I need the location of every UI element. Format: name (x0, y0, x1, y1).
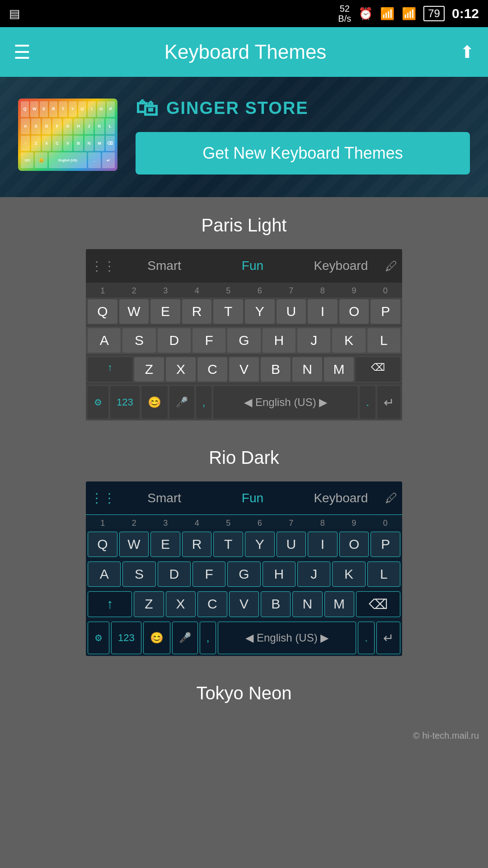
key-k[interactable]: K (332, 328, 365, 353)
key-backspace[interactable]: ⌫ (356, 357, 400, 382)
key-comma[interactable]: , (196, 386, 212, 419)
key-mic-rio[interactable]: 🎤 (172, 622, 198, 654)
key-enter-rio[interactable]: ↵ (376, 622, 400, 654)
key-emoji[interactable]: 😊 (141, 386, 168, 419)
kb-tab-fun[interactable]: Fun (208, 254, 296, 278)
key-y-rio[interactable]: Y (245, 532, 275, 557)
page-title: Keyboard Themes (31, 41, 460, 63)
key-r[interactable]: R (182, 299, 212, 324)
key-backspace-rio[interactable]: ⌫ (356, 591, 400, 617)
kb-settings-icon: 🖊 (385, 259, 398, 274)
key-f[interactable]: F (192, 328, 225, 353)
key-p-rio[interactable]: P (371, 532, 400, 557)
key-mic[interactable]: 🎤 (169, 386, 194, 419)
key-l[interactable]: L (367, 328, 400, 353)
kb-tab-keyboard-rio[interactable]: Keyboard (297, 486, 385, 510)
key-q[interactable]: Q (88, 299, 117, 324)
kb-tab-keyboard[interactable]: Keyboard (297, 254, 385, 278)
key-m[interactable]: M (324, 357, 354, 382)
menu-button[interactable]: ☰ (14, 41, 31, 63)
key-g-rio[interactable]: G (227, 561, 260, 587)
key-c-rio[interactable]: C (197, 591, 227, 617)
key-i-rio[interactable]: I (308, 532, 338, 557)
key-comma-rio[interactable]: , (200, 622, 216, 654)
key-space-rio[interactable]: ◀ English (US) ▶ (218, 622, 356, 654)
store-title-text: GINGER STORE (166, 99, 309, 118)
theme-section-rio: Rio Dark ⋮⋮ Smart Fun Keyboard 🖊 123 456… (0, 429, 488, 665)
key-p[interactable]: P (371, 299, 400, 324)
key-l-rio[interactable]: L (367, 561, 400, 587)
kb-row-qwerty-paris: Q W E R T Y U I O P (86, 297, 402, 326)
key-z-rio[interactable]: Z (134, 591, 164, 617)
kb-row-asdfg-rio: A S D F G H J K L (86, 560, 402, 589)
store-bag-icon: 🛍 (136, 95, 159, 121)
key-o-rio[interactable]: O (339, 532, 369, 557)
key-n[interactable]: N (292, 357, 322, 382)
key-q-rio[interactable]: Q (88, 532, 117, 557)
key-enter[interactable]: ↵ (377, 386, 400, 419)
key-gear-rio[interactable]: ⚙ (88, 622, 109, 654)
key-j[interactable]: J (297, 328, 330, 353)
key-123[interactable]: 123 (110, 386, 140, 419)
footer: © hi-tech.mail.ru (0, 726, 488, 745)
key-n-rio[interactable]: N (292, 591, 322, 617)
key-j-rio[interactable]: J (297, 561, 330, 587)
key-h[interactable]: H (263, 328, 296, 353)
toolbar: ☰ Keyboard Themes ⬆ (0, 27, 488, 77)
store-right: 🛍 GINGER STORE Get New Keyboard Themes (136, 95, 470, 175)
key-gear[interactable]: ⚙ (88, 386, 108, 419)
key-v-rio[interactable]: V (229, 591, 259, 617)
share-button[interactable]: ⬆ (460, 42, 474, 62)
alarm-icon: ⏰ (358, 7, 373, 21)
get-themes-button[interactable]: Get New Keyboard Themes (136, 132, 470, 175)
key-g[interactable]: G (227, 328, 260, 353)
key-e-rio[interactable]: E (150, 532, 180, 557)
key-x-rio[interactable]: X (166, 591, 196, 617)
status-bar-left: ▤ (9, 7, 20, 21)
store-banner: QWE RTY UIOP ASD FGH JKL ↑ ZXC VBNM ⌫ 12… (0, 77, 488, 197)
key-h-rio[interactable]: H (263, 561, 296, 587)
key-t-rio[interactable]: T (213, 532, 243, 557)
key-u-rio[interactable]: U (277, 532, 306, 557)
key-shift-rio[interactable]: ↑ (88, 591, 132, 617)
key-d[interactable]: D (158, 328, 191, 353)
key-123-rio[interactable]: 123 (111, 622, 141, 654)
key-u[interactable]: U (277, 299, 306, 324)
key-y[interactable]: Y (245, 299, 275, 324)
key-s-rio[interactable]: S (122, 561, 155, 587)
key-r-rio[interactable]: R (182, 532, 212, 557)
key-o[interactable]: O (339, 299, 369, 324)
theme-section-tokyo: Tokyo Neon (0, 665, 488, 726)
key-period[interactable]: . (360, 386, 375, 419)
key-v[interactable]: V (229, 357, 259, 382)
key-k-rio[interactable]: K (332, 561, 365, 587)
key-m-rio[interactable]: M (324, 591, 354, 617)
key-w-rio[interactable]: W (119, 532, 149, 557)
kb-tab-smart[interactable]: Smart (120, 254, 208, 278)
kb-number-row-rio: 123 456 7890 (86, 515, 402, 529)
kb-tab-smart-rio[interactable]: Smart (120, 486, 208, 510)
key-b-rio[interactable]: B (261, 591, 291, 617)
keyboard-mockup-paris: ⋮⋮ Smart Fun Keyboard 🖊 123 456 7890 Q W… (86, 249, 402, 420)
key-space[interactable]: ◀ English (US) ▶ (213, 386, 358, 419)
key-e[interactable]: E (150, 299, 180, 324)
key-shift[interactable]: ↑ (88, 357, 132, 382)
key-d-rio[interactable]: D (158, 561, 191, 587)
key-a-rio[interactable]: A (88, 561, 121, 587)
key-a[interactable]: A (88, 328, 121, 353)
kb-tab-fun-rio[interactable]: Fun (208, 486, 296, 510)
kb-settings-icon-rio: 🖊 (385, 491, 398, 505)
key-i[interactable]: I (308, 299, 338, 324)
key-w[interactable]: W (119, 299, 149, 324)
key-period-rio[interactable]: . (358, 622, 375, 654)
key-x[interactable]: X (166, 357, 196, 382)
key-c[interactable]: C (197, 357, 227, 382)
network-speed: 52 B/s (338, 4, 351, 24)
key-b[interactable]: B (261, 357, 291, 382)
key-s[interactable]: S (122, 328, 155, 353)
store-title: 🛍 GINGER STORE (136, 95, 470, 121)
key-f-rio[interactable]: F (192, 561, 225, 587)
key-t[interactable]: T (213, 299, 243, 324)
key-emoji-rio[interactable]: 😊 (143, 622, 170, 654)
key-z[interactable]: Z (134, 357, 164, 382)
